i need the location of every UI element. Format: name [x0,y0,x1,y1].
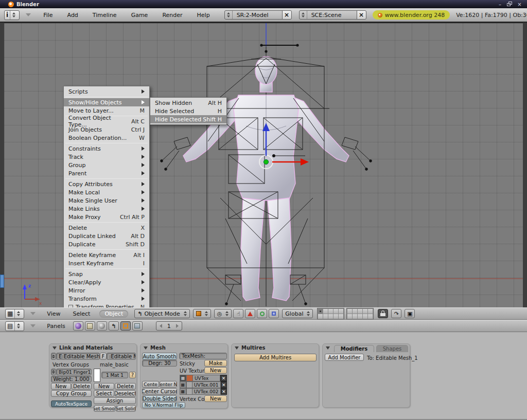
menu-timeline[interactable]: Timeline [93,12,117,19]
uv-layer-row[interactable]: ▦ UVTex ✕ [180,375,227,381]
proportional-edit-button[interactable]: ↷ [391,309,401,318]
uv-layer-name[interactable]: UVTex.001 [192,381,220,388]
layer-cell[interactable] [323,309,328,314]
layer-cell[interactable] [339,309,343,314]
menu-item-snap[interactable]: Snap [64,270,149,278]
uv-layer-name[interactable]: UVTex.002 [192,388,220,395]
layer-cell-active[interactable] [318,309,323,314]
layer-cell[interactable] [328,309,333,314]
tab-shapes[interactable]: Shapes [376,345,408,352]
window-edge-widget[interactable] [0,275,4,288]
menu-item-hide-deselected[interactable]: Hide DeselectedShift H [150,115,226,123]
uv-layer-name[interactable]: UVTex [193,375,220,381]
menu-item-insert-keyframe[interactable]: Insert KeyframeI [64,259,149,267]
layer-grid-2[interactable] [346,308,374,320]
centre-cursor-button[interactable]: Center Cursor [142,388,177,395]
render-preview-button[interactable]: ▣ [405,309,415,318]
uv-image-icon[interactable] [186,388,193,395]
scene-context-button[interactable] [132,321,143,331]
mode-dropdown[interactable]: ↰ Object Mode [134,309,190,318]
header-collapse-icon[interactable] [30,324,36,327]
menu-item-make-proxy[interactable]: Make ProxyCtrl Alt P [64,213,149,221]
menu-item-mirror[interactable]: Mirror [64,286,149,295]
sticky-make-button[interactable]: Make [204,360,227,367]
material-help-button[interactable]: ? [129,372,136,378]
menu-help[interactable]: Help [197,12,210,19]
lock-layers-button[interactable] [378,309,388,318]
set-solid-button[interactable]: Set Solid [116,405,136,412]
deselect-button[interactable]: Deselect [115,390,136,397]
menu-item-boolean-operation[interactable]: Boolean Operation...W [64,134,149,142]
layer-cell[interactable] [333,309,338,314]
close-button[interactable]: × [516,2,523,7]
editor-stepper[interactable] [14,309,22,318]
layer-grid-1[interactable] [317,308,344,320]
menu-item-track[interactable]: Track [64,153,149,161]
layer-cell[interactable] [339,314,343,319]
panel-header[interactable]: Multires [232,344,319,352]
header-collapse-icon[interactable] [26,13,31,16]
layer-cell[interactable] [358,309,362,314]
screen-selector[interactable]: SR:2-Model × [224,10,292,20]
collapse-triangle-icon[interactable] [326,346,330,350]
draw-mode-dropdown[interactable] [193,309,211,318]
menu-item-convert-object-type[interactable]: Convert Object Type...Alt C [64,117,149,125]
layer-cell[interactable] [368,309,373,314]
layer-cell[interactable] [363,309,367,314]
select-button[interactable]: Select [94,390,114,397]
editing-context-button[interactable] [120,321,131,331]
screen-value[interactable]: SR:2-Model [233,12,282,19]
uv-new-button[interactable]: New [204,367,227,374]
menu-render[interactable]: Render [162,12,182,19]
header-collapse-icon[interactable] [30,312,36,315]
editor-stepper[interactable] [14,322,22,331]
menu-item-scripts[interactable]: Scripts [64,87,149,96]
menu-item-delete-keyframe[interactable]: Delete KeyframeAlt I [64,251,149,259]
menu-item-join-objects[interactable]: Join ObjectsCtrl J [64,125,149,134]
shading-context-button[interactable] [97,321,107,331]
menu-item-copy-attributes[interactable]: Copy Attributes [64,180,149,188]
minimize-button[interactable]: – [497,2,503,7]
uv-delete-icon[interactable]: ✕ [221,388,227,395]
menu-object-open[interactable]: Object [99,310,128,318]
auto-smooth-button[interactable]: Auto Smooth [142,353,177,360]
layer-cell[interactable] [358,314,362,319]
material-new-button[interactable]: New [94,383,114,390]
pivot-dropdown[interactable]: ◎ [214,309,232,318]
vgroup-delete-button[interactable]: Delete [72,383,92,390]
menu-item-parent[interactable]: Parent [64,169,149,177]
editor-stepper[interactable] [10,11,17,20]
scene-value[interactable]: SCE:Scene [307,12,357,19]
menu-add[interactable]: Add [67,12,78,19]
scale-manipulator-button[interactable] [269,309,279,318]
scene-stepper[interactable] [300,11,307,19]
menu-item-move-to-layer[interactable]: Move to Layer...M [64,106,149,115]
uv-grid-icon[interactable]: ▦ [180,375,186,381]
menu-item-clear-apply[interactable]: Clear/Apply [64,278,149,286]
layer-cell[interactable] [353,309,357,314]
collapse-triangle-icon[interactable] [235,346,239,350]
uv-grid-icon[interactable]: ▦ [180,388,186,395]
menu-item-delete[interactable]: DeleteX [64,224,149,232]
autotexspace-button[interactable]: AutoTexSpace [51,400,92,407]
weight-slider[interactable]: Weight: 1.000 [51,376,92,382]
assign-button[interactable]: Assign [94,397,136,404]
object-datablock-field[interactable]: :Editable Mesh_1 [107,353,136,360]
logic-context-button[interactable] [73,321,83,331]
uv-grid-icon[interactable]: ▦ [180,381,186,388]
frame-number-stepper[interactable]: 1 [156,321,182,331]
add-multires-button[interactable]: Add Multires [234,354,317,361]
texmesh-field[interactable]: TexMesh: [179,353,227,359]
menu-item-duplicate-linked[interactable]: Duplicate LinkedAlt D [64,232,149,240]
editor-type-selector[interactable]: i [4,10,20,20]
vgroup-new-button[interactable]: New [51,383,71,390]
menu-item-show-hidden[interactable]: Show HiddenAlt H [150,99,226,107]
layer-cell[interactable] [347,314,352,319]
layer-cell[interactable] [323,314,328,319]
material-delete-button[interactable]: Delete [115,383,136,390]
scene-delete-icon[interactable]: × [357,11,366,19]
layer-cell[interactable] [328,314,333,319]
vertex-color-new-button[interactable]: New [204,395,227,402]
layer-cell[interactable] [353,314,357,319]
layer-cell[interactable] [333,314,338,319]
